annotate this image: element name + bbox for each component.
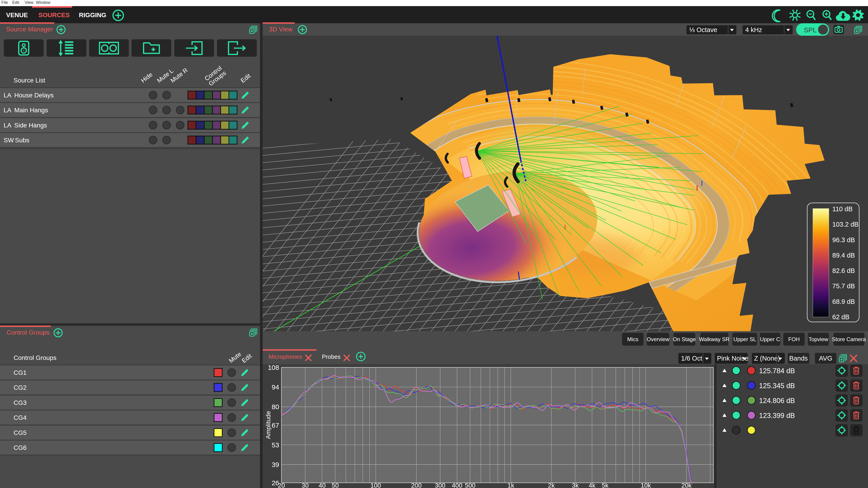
svg-text:5k: 5k [602, 482, 609, 488]
svg-text:82.6 dB: 82.6 dB [832, 267, 855, 274]
svg-text:125.784 dB: 125.784 dB [759, 367, 795, 375]
svg-text:110 dB: 110 dB [832, 205, 852, 213]
svg-text:75.7 dB: 75.7 dB [832, 283, 855, 290]
svg-text:124.806 dB: 124.806 dB [759, 397, 795, 404]
svg-text:103.2 dB: 103.2 dB [832, 221, 859, 228]
svg-text:108: 108 [268, 364, 279, 371]
svg-text:4k: 4k [589, 482, 596, 488]
svg-text:1k: 1k [507, 482, 515, 488]
svg-text:2k: 2k [548, 482, 555, 488]
svg-text:67: 67 [272, 422, 279, 429]
svg-text:62 dB: 62 dB [832, 313, 849, 321]
svg-text:53: 53 [272, 441, 279, 449]
svg-text:Amplitude: Amplitude [265, 411, 272, 439]
svg-text:50: 50 [332, 482, 339, 488]
svg-text:89.4 dB: 89.4 dB [832, 252, 855, 259]
svg-text:20: 20 [278, 482, 285, 488]
svg-text:30: 30 [302, 482, 309, 488]
svg-text:123.399 dB: 123.399 dB [759, 412, 795, 420]
svg-text:96.3 dB: 96.3 dB [832, 236, 855, 243]
svg-text:39: 39 [272, 461, 279, 468]
svg-text:300: 300 [435, 482, 445, 488]
svg-text:125.345 dB: 125.345 dB [759, 382, 795, 390]
svg-text:94: 94 [272, 383, 279, 391]
svg-text:200: 200 [411, 482, 422, 488]
svg-text:100: 100 [370, 482, 381, 488]
svg-text:500: 500 [465, 482, 475, 488]
svg-text:40: 40 [318, 482, 326, 488]
svg-text:80: 80 [272, 403, 279, 411]
svg-text:20k: 20k [681, 482, 692, 488]
svg-text:3k: 3k [572, 482, 579, 488]
svg-text:10k: 10k [641, 482, 651, 488]
svg-text:400: 400 [452, 482, 463, 488]
svg-text:68.9 dB: 68.9 dB [832, 298, 855, 305]
